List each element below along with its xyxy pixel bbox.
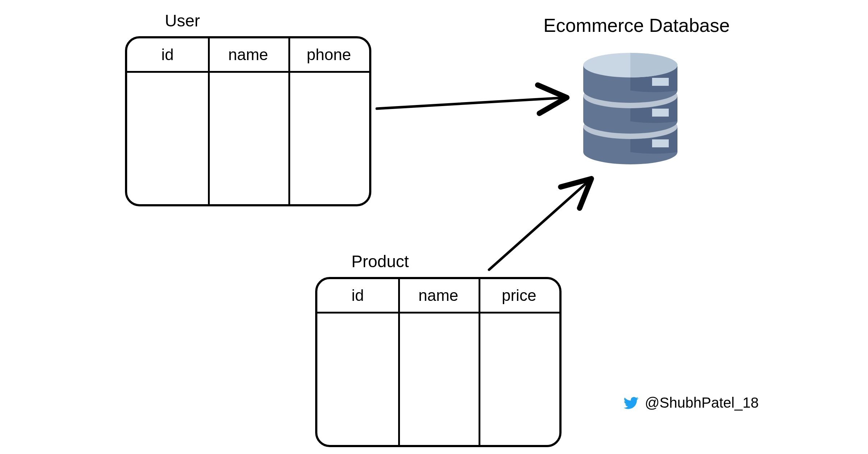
arrow-product-to-db	[0, 0, 868, 454]
twitter-icon	[623, 395, 639, 411]
author-credit: @ShubhPatel_18	[623, 395, 759, 411]
svg-line-16	[489, 181, 589, 270]
author-handle: @ShubhPatel_18	[645, 395, 759, 411]
diagram-canvas: User id name phone Product id name price…	[0, 0, 868, 454]
